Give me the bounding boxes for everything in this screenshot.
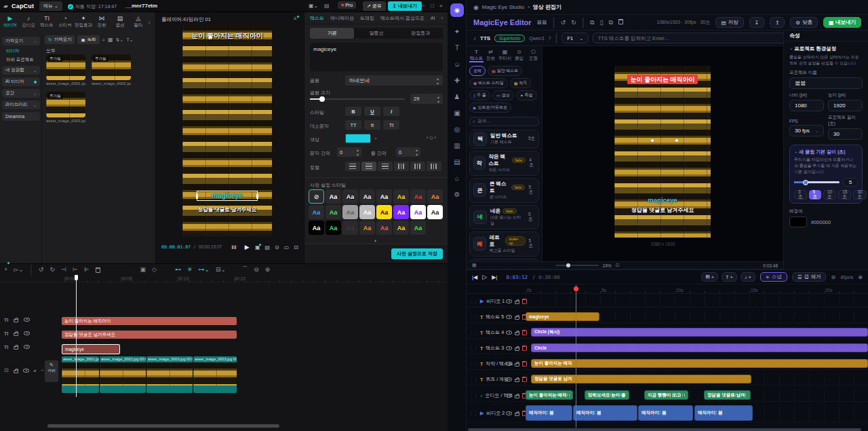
grid-view-icon[interactable]: ▦ bbox=[108, 37, 113, 43]
layout-alt-ic on[interactable]: ▤ bbox=[324, 3, 330, 9]
lock-icon[interactable] bbox=[515, 363, 519, 367]
track-lane[interactable]: 눈이 좋아지는 매직 bbox=[526, 358, 868, 369]
person-icon[interactable]: ♟ bbox=[448, 88, 467, 105]
preset-style-15[interactable]: Aa bbox=[427, 205, 443, 219]
lock-icon[interactable] bbox=[515, 413, 519, 416]
text-preset-card[interactable]: 작작은 텍스트fade작은 사이즈4초 bbox=[469, 151, 539, 176]
sort-icon[interactable]: ⇅⌄ bbox=[116, 37, 124, 43]
subtab-말풍선[interactable]: 말풍선 bbox=[354, 28, 398, 39]
timeline-clip[interactable]: 정답을 댓글로 남겨 bbox=[531, 375, 751, 383]
import-button[interactable]: ↻가져오기 bbox=[45, 35, 75, 44]
maximize-button[interactable]: □ bbox=[431, 3, 434, 9]
text-content-input[interactable]: magiceye bbox=[310, 43, 443, 71]
track-lane[interactable]: magiceye bbox=[526, 312, 868, 322]
undo-icon[interactable]: ↺ bbox=[561, 19, 566, 26]
color-picker-icon[interactable]: ‹ ◇ › bbox=[427, 135, 436, 140]
ribbon-tab-텍스트[interactable]: TI텍스트 bbox=[38, 15, 56, 29]
breadcrumb-app[interactable]: Magic Eye Studio bbox=[482, 4, 524, 10]
preset-style-7[interactable]: Aa bbox=[427, 189, 443, 204]
preset-style-12[interactable]: Aa bbox=[376, 205, 392, 219]
asset-item[interactable]: 추가됨asset_image_0001.jpg bbox=[46, 54, 85, 86]
prev-frame-button[interactable]: |◀ bbox=[472, 274, 477, 280]
preset-style-8[interactable]: Aa bbox=[309, 205, 324, 219]
preset-style-1[interactable]: Aa bbox=[326, 189, 341, 204]
ribbon-tab-미디어[interactable]: ▶미디어 bbox=[1, 15, 19, 29]
length-option-3초[interactable]: 3초 bbox=[794, 190, 807, 200]
length-input[interactable]: 30 bbox=[828, 128, 863, 140]
lock-icon[interactable] bbox=[14, 333, 18, 336]
filter-chip-두 줄[interactable]: ▯두 줄 bbox=[469, 90, 490, 100]
track-select-icon[interactable]: ⊡ bbox=[4, 367, 9, 373]
eye-icon[interactable] bbox=[506, 362, 512, 366]
magnet-icon[interactable]: ✳ bbox=[187, 266, 193, 273]
preset-style-17[interactable]: Aa bbox=[326, 221, 341, 235]
library-tab-텍스트[interactable]: T텍스트 bbox=[469, 48, 484, 62]
lock-icon[interactable] bbox=[515, 316, 519, 320]
zoom-in-icon[interactable]: ⊕ bbox=[265, 266, 271, 273]
case-TT-button[interactable]: TT bbox=[345, 120, 361, 130]
pro-badge[interactable]: ♥Pro bbox=[338, 1, 356, 9]
search-box[interactable]: ⌕ 검색... bbox=[469, 117, 539, 126]
default-length-slider[interactable] bbox=[794, 181, 840, 183]
drag-handle-icon[interactable]: ⋮⋮ bbox=[469, 345, 477, 351]
sidebar-item-가져오기[interactable]: 가져오기− bbox=[2, 37, 40, 45]
track-lane[interactable]: 정답을 댓글로 남겨 bbox=[526, 374, 868, 385]
duplicate-icon[interactable]: ⧉ bbox=[608, 19, 612, 26]
ratio-icon[interactable]: ▣ bbox=[255, 244, 260, 250]
record-button[interactable]: ▣녹화 bbox=[77, 35, 99, 44]
ribbon-tab-오디오[interactable]: ♪오디오 bbox=[20, 15, 37, 29]
menu-button[interactable]: 메뉴 ⌄ bbox=[39, 1, 62, 11]
preset-style-21[interactable]: Aa bbox=[393, 221, 409, 235]
lock-icon[interactable] bbox=[515, 379, 519, 382]
transform-icon[interactable]: ✚ bbox=[448, 72, 467, 88]
char-spacing-value[interactable]: 0▴▾ bbox=[337, 147, 361, 157]
timeline-clip[interactable]: Circle bbox=[531, 343, 868, 352]
preset-style-20[interactable]: Aa bbox=[376, 221, 392, 235]
font-size-slider[interactable] bbox=[310, 98, 405, 100]
mute-icon[interactable]: ♪ bbox=[34, 368, 37, 373]
track-lane[interactable]: Circle (복사) bbox=[526, 327, 868, 338]
play-button[interactable]: ▷ bbox=[482, 274, 487, 280]
collapse-icon[interactable]: ▴ bbox=[374, 238, 376, 242]
preset-style-9[interactable]: Aa bbox=[326, 205, 341, 219]
preview-axis-icon[interactable]: ⌒ bbox=[241, 265, 248, 274]
lock-icon[interactable] bbox=[515, 395, 519, 398]
fps-select[interactable]: 30 fps⌄ bbox=[789, 125, 824, 136]
eye-icon[interactable] bbox=[506, 346, 512, 350]
undo-button[interactable]: ↺ bbox=[39, 266, 44, 273]
preset-style-11[interactable]: Aa bbox=[359, 205, 375, 219]
style-I-button[interactable]: I bbox=[383, 107, 399, 116]
asset-thumbnail[interactable]: 추가됨 bbox=[46, 92, 85, 117]
case-Tt-button[interactable]: Tt bbox=[383, 120, 399, 130]
eye-icon[interactable] bbox=[506, 377, 512, 381]
search-icon[interactable]: ⌕ bbox=[102, 37, 105, 43]
filter-chip-일반 텍스트[interactable]: ▤일반 텍스트 bbox=[488, 66, 522, 76]
lock-icon[interactable] bbox=[14, 346, 18, 350]
length-option-10초[interactable]: 10초 bbox=[823, 190, 836, 200]
tts-engine-badge[interactable]: Supertonic bbox=[494, 35, 525, 42]
video-canvas[interactable]: 눈이 좋아지는 매직아이 magiceye 정답을 댓글로 남겨주세요 bbox=[614, 66, 711, 238]
length-option-30초[interactable]: 30초 bbox=[853, 190, 866, 200]
eye-icon[interactable] bbox=[24, 345, 30, 349]
filter-chip-제목[interactable]: ▦제목 bbox=[510, 78, 532, 88]
keyframe-icon[interactable]: ◇ bbox=[152, 266, 157, 273]
library-tab-도형[interactable]: ⬠도형 bbox=[526, 48, 540, 61]
frame-step-icons[interactable]: ▮▮ bbox=[231, 244, 237, 250]
style-B-button[interactable]: B bbox=[345, 107, 361, 116]
default-length-value[interactable]: 5 bbox=[843, 178, 858, 187]
track-lane[interactable]: 매직아이: 봄매직아이: 봄매직아이: 봄매직아이: 봄 bbox=[526, 405, 868, 422]
drag-handle-icon[interactable]: ⋮⋮ bbox=[469, 393, 477, 398]
preset-style-3[interactable]: Aa bbox=[359, 189, 375, 204]
autolink-icon[interactable]: ⊶⌄ bbox=[199, 266, 210, 273]
add-text-button[interactable]: T+ bbox=[722, 272, 737, 282]
preset-style-6[interactable]: Aa bbox=[410, 189, 426, 204]
color-dropdown-icon[interactable]: ⌄ bbox=[374, 135, 378, 140]
library-tab-전환[interactable]: ⇄전환 bbox=[484, 48, 498, 61]
align-button-0[interactable] bbox=[345, 162, 360, 171]
tts-model-label[interactable]: Qwen3 bbox=[529, 36, 544, 41]
settings-icon[interactable]: ⚙ bbox=[448, 186, 467, 202]
preset-style-14[interactable]: Aa bbox=[410, 205, 426, 219]
asset-thumbnail[interactable]: 추가됨 bbox=[92, 54, 131, 80]
lock-icon[interactable] bbox=[515, 301, 519, 304]
preset-style-10[interactable]: Aa bbox=[342, 205, 358, 219]
